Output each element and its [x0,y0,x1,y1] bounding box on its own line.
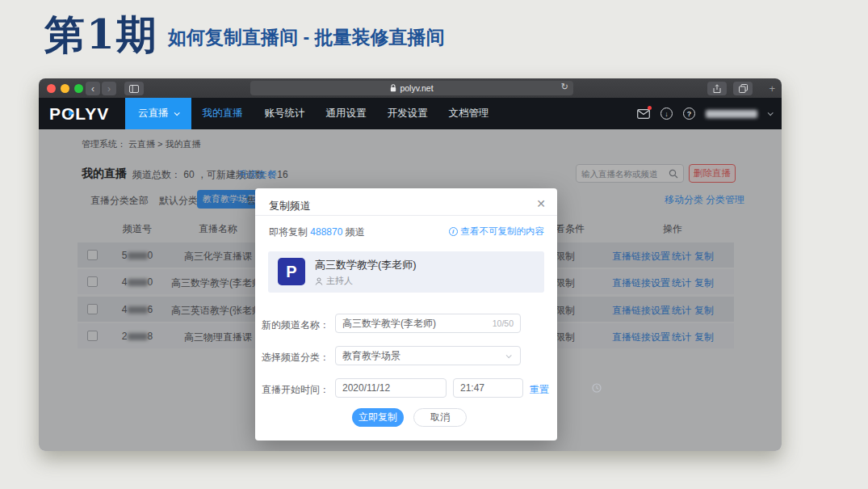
slide-title: 如何复制直播间 - 批量装修直播间 [168,25,444,50]
channel-name: 高三数学教学(李老师) [315,258,417,272]
nav-tab-cloud-live[interactable]: 云直播 [125,98,191,129]
person-icon [315,277,323,285]
date-field [335,378,447,398]
episode-label: 第1期 [44,8,158,62]
share-icon[interactable] [707,82,727,95]
download-icon[interactable]: ↓ [660,107,673,120]
reload-icon[interactable]: ↻ [561,82,568,92]
info-icon: i [449,227,458,236]
source-channel-number: 488870 [310,226,342,238]
channel-card: P 高三数学教学(李老师) 主持人 [268,251,544,293]
start-time-label: 直播开始时间： [255,383,329,397]
browser-titlebar: ‹ › polyv.net ↻ + [39,78,782,98]
char-counter: 10/50 [493,318,520,328]
nav-tab-general-settings[interactable]: 通用设置 [316,107,377,120]
time-input[interactable] [454,382,592,394]
logo-text: POLYV [49,104,109,123]
new-name-field: 10/50 [335,314,521,333]
chevron-down-icon [174,110,179,116]
zoom-window-button[interactable] [74,84,83,93]
confirm-copy-button[interactable]: 立即复制 [352,408,404,427]
new-name-input[interactable] [336,318,493,329]
back-button[interactable]: ‹ [86,82,100,95]
time-field [453,378,523,398]
category-label: 选择频道分类： [255,351,329,365]
view-uncopyable-link[interactable]: i 查看不可复制的内容 [449,226,545,238]
help-icon[interactable]: ? [683,107,695,120]
account-chevron-icon[interactable] [768,110,774,116]
category-value: 教育教学场景 [336,349,506,363]
channel-logo: P [278,258,305,285]
mail-icon[interactable] [637,107,650,120]
new-tab-button[interactable]: + [769,82,775,95]
category-select[interactable]: 教育教学场景 [335,346,521,365]
navbar-right-icons: ↓ ? [637,98,772,129]
account-name-redacted[interactable] [706,110,757,118]
copy-channel-modal: 复制频道 ✕ 即将复制 488870 频道 i 查看不可复制的内容 P 高三数学… [255,188,557,441]
address-text: polyv.net [400,83,433,93]
nav-tab-cloud-live-label: 云直播 [138,107,169,120]
nav-tab-dev-settings[interactable]: 开发设置 [377,107,438,120]
forward-button[interactable]: › [102,82,116,95]
close-icon[interactable]: ✕ [536,197,546,210]
cancel-button[interactable]: 取消 [413,408,467,427]
app-navbar: POLYV 云直播 我的直播 账号统计 通用设置 开发设置 文档管理 ↓ ? [39,98,782,129]
tab-overview-icon[interactable] [733,82,753,95]
notification-dot [648,106,652,110]
clock-icon [592,383,602,393]
channel-host: 主持人 [315,275,353,287]
nav-tab-my-live[interactable]: 我的直播 [191,107,254,120]
divider [255,215,557,216]
reset-link[interactable]: 重置 [530,383,549,397]
chevron-down-icon [506,352,512,358]
logo-play-icon [69,110,74,116]
page-content: 管理系统： 云直播 > 我的直播 我的直播 频道总数： 60 ，可新建频道数： … [39,129,782,451]
new-name-label: 新的频道名称： [255,318,329,332]
view-uncopyable-label: 查看不可复制的内容 [461,226,545,238]
modal-title: 复制频道 [269,199,311,213]
sidebar-toggle-icon[interactable] [124,82,144,95]
lock-icon [390,84,396,92]
copy-source-text: 即将复制 488870 频道 [269,226,365,239]
nav-tab-account-stats[interactable]: 账号统计 [254,107,316,120]
close-window-button[interactable] [47,84,56,93]
address-bar[interactable]: polyv.net ↻ [250,81,573,95]
nav-tab-doc-management[interactable]: 文档管理 [438,107,500,120]
polyv-logo: POLYV [49,104,124,124]
minimize-window-button[interactable] [61,84,69,93]
host-label: 主持人 [326,275,353,287]
browser-window: ‹ › polyv.net ↻ + POLYV 云直播 我的直播 账号统计 通用… [39,78,782,451]
